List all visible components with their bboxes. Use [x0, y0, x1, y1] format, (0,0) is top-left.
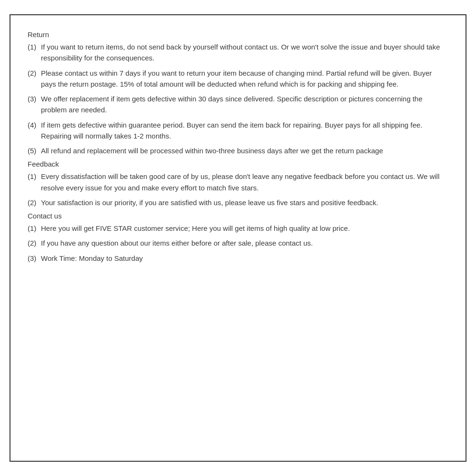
list-number-contact-3: (3) [28, 253, 41, 264]
list-item-contact-3: (3)Work Time: Monday to Saturday [28, 253, 448, 264]
list-text-return-4: If item gets defective within guarantee … [41, 119, 448, 142]
list-number-return-2: (2) [28, 68, 41, 90]
list-item-contact-2: (2)If you have any question about our it… [28, 238, 448, 248]
list-text-contact-3: Work Time: Monday to Saturday [41, 253, 448, 264]
section-feedback: Feedback(1)Every dissatisfaction will be… [28, 160, 448, 208]
list-text-return-1: If you want to return items, do not send… [41, 41, 448, 64]
list-text-feedback-2: Your satisfaction is our priority, if yo… [41, 197, 448, 208]
section-contact: Contact us(1)Here you will get FIVE STAR… [28, 212, 448, 264]
list-item-return-1: (1)If you want to return items, do not s… [28, 41, 448, 64]
list-number-return-4: (4) [28, 119, 41, 142]
list-text-return-5: All refund and replacement will be proce… [41, 145, 448, 156]
list-text-feedback-1: Every dissatisfaction will be taken good… [41, 171, 448, 193]
section-title-return: Return [28, 30, 448, 39]
list-number-return-3: (3) [28, 93, 41, 116]
list-item-return-3: (3)We offer replacement if item gets def… [28, 93, 448, 116]
list-text-contact-1: Here you will get FIVE STAR customer ser… [41, 223, 448, 234]
list-text-return-3: We offer replacement if item gets defect… [41, 93, 448, 116]
list-item-return-5: (5)All refund and replacement will be pr… [28, 145, 448, 156]
list-item-return-2: (2)Please contact us within 7 days if yo… [28, 68, 448, 90]
list-number-feedback-1: (1) [28, 171, 41, 193]
list-number-return-1: (1) [28, 41, 41, 64]
list-item-feedback-2: (2)Your satisfaction is our priority, if… [28, 197, 448, 208]
list-number-return-5: (5) [28, 145, 41, 156]
list-item-feedback-1: (1)Every dissatisfaction will be taken g… [28, 171, 448, 193]
list-item-return-4: (4)If item gets defective within guarant… [28, 119, 448, 142]
list-text-return-2: Please contact us within 7 days if you w… [41, 68, 448, 90]
section-title-contact: Contact us [28, 212, 448, 220]
list-number-feedback-2: (2) [28, 197, 41, 208]
section-title-feedback: Feedback [28, 160, 448, 168]
list-number-contact-2: (2) [28, 238, 41, 248]
list-text-contact-2: If you have any question about our items… [41, 238, 448, 248]
main-container: Return(1)If you want to return items, do… [10, 14, 466, 462]
list-number-contact-1: (1) [28, 223, 41, 234]
section-return: Return(1)If you want to return items, do… [28, 30, 448, 156]
list-item-contact-1: (1)Here you will get FIVE STAR customer … [28, 223, 448, 234]
